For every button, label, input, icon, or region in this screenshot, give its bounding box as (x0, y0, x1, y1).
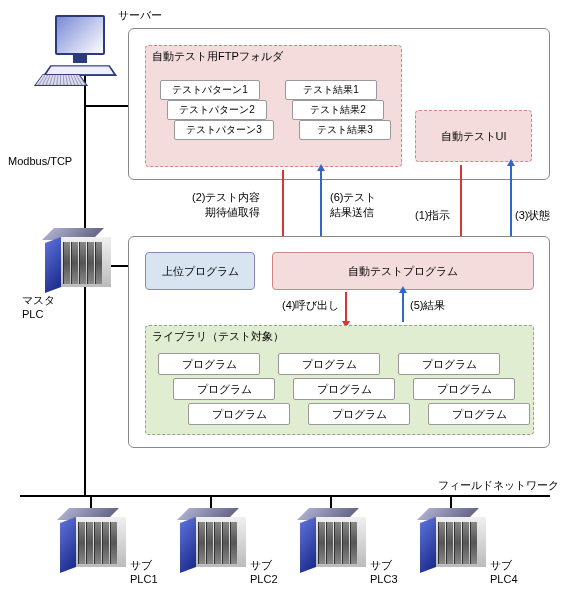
arrow6-label: (6)テスト 結果送信 (330, 190, 376, 220)
sub-plc4-icon (420, 520, 490, 575)
prog-6: プログラム (413, 378, 515, 400)
sub-plc3-label: サブ PLC3 (370, 558, 398, 585)
upper-program-label: 上位プログラム (162, 264, 239, 279)
arrow1-label: (1)指示 (415, 208, 450, 223)
test-result-1: テスト結果1 (285, 80, 377, 100)
server-icon (55, 15, 105, 55)
arrow3-label: (3)状態 (515, 208, 550, 223)
test-pattern-2: テストパターン2 (167, 100, 267, 120)
prog-9: プログラム (428, 403, 530, 425)
sub-plc2-label: サブ PLC2 (250, 558, 278, 585)
auto-test-ui-box: 自動テストUI (415, 110, 532, 162)
arrow5-label: (5)結果 (410, 298, 445, 313)
sub-plc1-label: サブ PLC1 (130, 558, 158, 585)
field-net-label: フィールドネットワーク (438, 478, 559, 493)
prog-2: プログラム (278, 353, 380, 375)
arrow2-label: (2)テスト内容 期待値取得 (192, 190, 260, 220)
auto-test-ui-label: 自動テストUI (441, 129, 507, 144)
prog-3: プログラム (398, 353, 500, 375)
upper-program-box: 上位プログラム (145, 252, 255, 290)
modbus-label: Modbus/TCP (8, 155, 72, 167)
test-result-2: テスト結果2 (292, 100, 384, 120)
arrow-5 (402, 292, 404, 322)
auto-test-program-label: 自動テストプログラム (348, 264, 458, 279)
prog-8: プログラム (308, 403, 410, 425)
prog-1: プログラム (158, 353, 260, 375)
test-pattern-3: テストパターン3 (174, 120, 274, 140)
field-bus (20, 495, 550, 497)
master-plc-label: マスタ PLC (22, 293, 55, 320)
master-plc-icon (45, 240, 115, 295)
arrow-4 (345, 292, 347, 322)
test-pattern-1: テストパターン1 (160, 80, 260, 100)
server-label: サーバー (118, 8, 162, 23)
server-hline (84, 105, 128, 107)
auto-test-program-box: 自動テストプログラム (272, 252, 534, 290)
sub-plc1-icon (60, 520, 130, 575)
sub-plc3-icon (300, 520, 370, 575)
sub-plc2-icon (180, 520, 250, 575)
prog-4: プログラム (173, 378, 275, 400)
library-title: ライブラリ（テスト対象） (146, 326, 533, 347)
ftp-folder-title: 自動テスト用FTPフォルダ (146, 46, 401, 67)
arrow4-label: (4)呼び出し (282, 298, 339, 313)
prog-5: プログラム (293, 378, 395, 400)
sub-plc4-label: サブ PLC4 (490, 558, 518, 585)
test-result-3: テスト結果3 (299, 120, 391, 140)
prog-7: プログラム (188, 403, 290, 425)
